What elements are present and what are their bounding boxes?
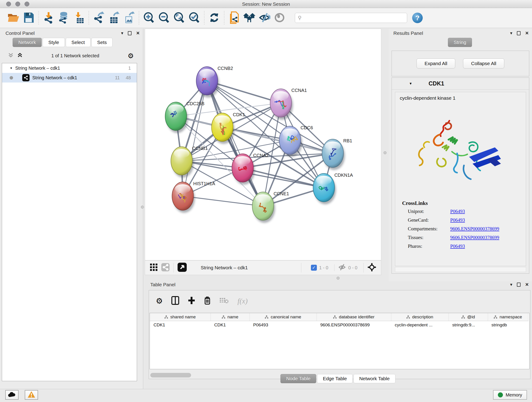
memory-button[interactable]: Memory xyxy=(493,390,527,400)
detach-view-icon[interactable] xyxy=(177,262,187,273)
bottom-splitter-grip[interactable] xyxy=(336,277,340,280)
node-CDC6[interactable]: CDC6 xyxy=(279,125,313,157)
left-splitter-grip[interactable] xyxy=(141,206,144,209)
column-header--id[interactable]: @id xyxy=(449,313,488,321)
column-header-database-identifier[interactable]: database identifier xyxy=(317,313,391,321)
column-header-namespace[interactable]: namespace xyxy=(488,313,528,321)
table-cell[interactable]: P06493 xyxy=(249,321,317,329)
network-canvas[interactable]: CCNB2CCNA1CDC25BCDK1CDC6RB1CCNB1CCNA2CDK… xyxy=(145,29,381,260)
node-CCNA2[interactable]: CCNA2 xyxy=(232,153,268,185)
export-image-button[interactable] xyxy=(123,12,135,24)
tab-edge-table[interactable]: Edge Table xyxy=(317,374,353,383)
table-cell[interactable]: stringdb:9... xyxy=(449,321,488,329)
search-input[interactable] xyxy=(303,13,407,23)
search-icon: ⚲ xyxy=(298,15,302,21)
export-network-icon xyxy=(93,12,104,24)
node-table[interactable]: shared namenamecanonical namedatabase id… xyxy=(150,313,530,369)
birdseye-crosshair-icon[interactable] xyxy=(367,263,376,273)
node-CDK1[interactable]: CDK1 xyxy=(211,112,245,144)
tab-node-table[interactable]: Node Table xyxy=(280,374,316,383)
expand-all-button[interactable]: Expand All xyxy=(417,58,455,69)
crosslink-link[interactable]: 9606.ENSP00000378699 xyxy=(450,235,499,240)
show-all-button[interactable] xyxy=(273,12,286,24)
panel-close-icon[interactable]: ✕ xyxy=(136,31,140,36)
node-RB1[interactable]: RB1 xyxy=(322,138,352,170)
import-database-button[interactable] xyxy=(57,12,70,24)
hide-selected-button[interactable] xyxy=(258,12,271,24)
node-CCNA1[interactable]: CCNA1 xyxy=(270,88,307,120)
zoom-selected-button[interactable] xyxy=(188,12,201,24)
panel-menu-icon[interactable]: ▾ xyxy=(121,31,123,36)
gene-caret-icon[interactable]: ▾ xyxy=(410,81,412,86)
crosslink-link[interactable]: P06493 xyxy=(450,243,465,249)
string-network-graph[interactable]: CCNB2CCNA1CDC25BCDK1CDC6RB1CCNB1CCNA2CDK… xyxy=(145,29,381,260)
table-cell[interactable]: stringdb xyxy=(488,321,528,329)
tree-caret-icon[interactable]: ▾ xyxy=(10,66,12,70)
panel-float-icon[interactable] xyxy=(517,283,520,287)
table-cell[interactable]: CDK1 xyxy=(210,321,249,329)
selected-checkbox-icon[interactable]: ✓ xyxy=(311,265,317,271)
node-CDKN1A[interactable]: CDKN1A xyxy=(313,172,353,204)
panel-float-icon[interactable] xyxy=(128,31,132,35)
gene-header-row[interactable]: ▾ CDK1 xyxy=(392,78,529,89)
column-header-canonical-name[interactable]: canonical name xyxy=(249,313,317,321)
table-cell[interactable]: 9606.ENSP00000378699 xyxy=(317,321,391,329)
trash-icon[interactable] xyxy=(204,296,211,306)
new-network-from-selection-button[interactable] xyxy=(228,12,241,24)
tab-network[interactable]: Network xyxy=(13,38,42,47)
network-label: String Network – cdk1 xyxy=(32,75,77,80)
export-table-button[interactable] xyxy=(108,12,120,24)
help-button[interactable]: ? xyxy=(412,13,423,23)
panel-close-icon[interactable]: ✕ xyxy=(525,31,529,36)
panel-menu-icon[interactable]: ▾ xyxy=(510,282,513,287)
tab-network-table[interactable]: Network Table xyxy=(354,374,395,383)
table-panel: Table Panel ▾ ✕ ⚙ f(x) shared namenameca… xyxy=(145,281,532,389)
columns-icon[interactable] xyxy=(171,296,179,306)
zoom-out-button[interactable] xyxy=(158,12,171,24)
panel-float-icon[interactable] xyxy=(517,31,520,35)
import-table-button[interactable] xyxy=(72,12,85,24)
import-network-button[interactable] xyxy=(42,12,55,24)
tab-style[interactable]: Style xyxy=(43,38,65,47)
zoom-in-button[interactable] xyxy=(143,12,155,24)
edge-CCNB2-HIST1H1A[interactable] xyxy=(183,81,207,196)
panel-menu-icon[interactable]: ▾ xyxy=(510,31,513,36)
node-HIST1H1A[interactable]: HIST1H1A xyxy=(172,181,215,213)
table-cell[interactable]: CDK1 xyxy=(150,321,210,329)
crosslink-link[interactable]: P06493 xyxy=(450,209,465,214)
first-neighbors-button[interactable] xyxy=(243,12,256,24)
crosslink-link[interactable]: 9606.ENSP00000378699 xyxy=(450,226,499,232)
warning-button[interactable] xyxy=(25,390,38,400)
export-network-button[interactable] xyxy=(92,12,105,24)
share-view-icon[interactable] xyxy=(161,263,170,273)
cloud-button[interactable] xyxy=(5,390,19,400)
right-splitter-grip[interactable] xyxy=(384,151,386,154)
tab-string[interactable]: String xyxy=(448,38,472,47)
table-row[interactable]: CDK1CDK1P064939606.ENSP00000378699cyclin… xyxy=(150,321,528,329)
gear-icon[interactable]: ⚙ xyxy=(156,296,163,306)
tab-select[interactable]: Select xyxy=(66,38,90,47)
panel-close-icon[interactable]: ✕ xyxy=(525,282,529,287)
crosslink-link[interactable]: P06493 xyxy=(450,217,465,223)
collapse-all-button[interactable]: Collapse All xyxy=(463,58,504,69)
zoom-fit-button[interactable] xyxy=(173,12,186,24)
expand-all-icon[interactable] xyxy=(17,52,23,59)
results-scrollbar[interactable] xyxy=(395,267,526,272)
save-session-button[interactable] xyxy=(22,12,35,24)
node-CCNE1[interactable]: CCNE1 xyxy=(252,191,289,223)
table-cell[interactable]: cyclin-dependent ... xyxy=(391,321,449,329)
column-header-description[interactable]: description xyxy=(391,313,449,321)
network-row-selected[interactable]: String Network – cdk1 11 48 xyxy=(2,73,137,83)
open-session-button[interactable] xyxy=(7,12,20,24)
tab-sets[interactable]: Sets xyxy=(91,38,113,47)
column-header-name[interactable]: name xyxy=(210,313,249,321)
network-collection-row[interactable]: ▾ String Network – cdk1 1 xyxy=(2,63,137,73)
refresh-layout-button[interactable] xyxy=(208,12,221,24)
edge-CCNB2-CCNE1[interactable] xyxy=(207,81,263,206)
plus-icon[interactable] xyxy=(188,296,195,306)
collapse-all-icon[interactable] xyxy=(8,52,14,59)
gear-icon[interactable]: ⚙ xyxy=(128,52,134,60)
column-header-shared-name[interactable]: shared name xyxy=(150,313,210,321)
grid-view-icon[interactable] xyxy=(150,263,158,272)
edge-layer[interactable] xyxy=(176,81,333,206)
